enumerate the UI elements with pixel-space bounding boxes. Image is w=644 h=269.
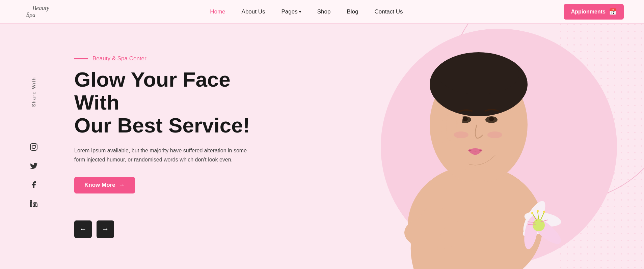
- nav-item-blog[interactable]: Blog: [347, 8, 358, 15]
- nav-item-contact[interactable]: Contact Us: [374, 8, 403, 15]
- svg-rect-33: [30, 203, 32, 207]
- brand-name-line1: Beauty: [32, 5, 49, 12]
- hero-subtitle-text: Beauty & Spa Center: [92, 55, 146, 62]
- hero-arrows: ← →: [74, 220, 277, 238]
- social-sidebar: Share With: [0, 24, 68, 269]
- know-more-button[interactable]: Know More →: [74, 177, 135, 193]
- svg-point-13: [454, 131, 468, 138]
- svg-point-8: [462, 117, 468, 121]
- know-more-label: Know More: [84, 182, 115, 188]
- nav-link-pages[interactable]: Pages: [281, 8, 298, 15]
- hero-section: Share With: [0, 24, 644, 269]
- nav-item-home[interactable]: Home: [210, 8, 225, 15]
- chevron-down-icon: ▾: [299, 9, 301, 14]
- nav-links: Home About Us Pages ▾ Shop Blog Contact …: [210, 8, 403, 15]
- svg-rect-30: [30, 144, 37, 150]
- brand-logo[interactable]: Beauty Spa: [20, 5, 49, 19]
- nav-link-blog[interactable]: Blog: [347, 8, 358, 15]
- appointments-button[interactable]: Appionments 📅: [564, 4, 624, 20]
- svg-point-26: [531, 212, 533, 214]
- calendar-icon: 📅: [609, 8, 616, 16]
- appointments-label: Appionments: [571, 9, 606, 15]
- nav-link-about[interactable]: About Us: [242, 8, 265, 15]
- subtitle-line: [74, 58, 88, 59]
- linkedin-icon[interactable]: [28, 198, 40, 210]
- arrow-right-icon: →: [119, 182, 125, 189]
- next-arrow-button[interactable]: →: [97, 220, 114, 238]
- sidebar-divider: [34, 113, 34, 133]
- hero-subtitle: Beauty & Spa Center: [74, 55, 277, 62]
- svg-point-24: [537, 210, 539, 212]
- svg-line-28: [528, 224, 536, 225]
- svg-point-5: [438, 54, 519, 94]
- svg-point-25: [543, 211, 545, 213]
- instagram-icon[interactable]: [28, 141, 40, 153]
- hero-title-line1: Glow Your Face With: [74, 68, 231, 114]
- twitter-icon[interactable]: [28, 160, 40, 172]
- nav-item-shop[interactable]: Shop: [317, 8, 331, 15]
- hero-content: Beauty & Spa Center Glow Your Face With …: [74, 55, 277, 238]
- nav-link-shop[interactable]: Shop: [317, 8, 331, 15]
- brand-name-line2: Spa: [26, 12, 49, 19]
- nav-link-home[interactable]: Home: [210, 8, 225, 15]
- svg-point-14: [487, 131, 502, 138]
- hero-title-line2: Our Best Service!: [74, 114, 250, 137]
- nav-item-pages[interactable]: Pages ▾: [281, 8, 301, 15]
- svg-rect-10: [467, 180, 490, 207]
- hero-description: Lorem Ipsum available, but the majority …: [74, 146, 250, 164]
- svg-point-34: [30, 200, 32, 202]
- svg-point-20: [533, 219, 545, 231]
- nav-item-about[interactable]: About Us: [242, 8, 265, 15]
- share-label: Share With: [31, 77, 36, 107]
- hero-woman-image: [374, 27, 576, 269]
- hero-visual: [290, 24, 644, 269]
- svg-point-9: [489, 117, 494, 121]
- hero-title: Glow Your Face With Our Best Service!: [74, 68, 277, 137]
- nav-link-contact[interactable]: Contact Us: [374, 8, 403, 15]
- navbar: Beauty Spa Home About Us Pages ▾ Shop Bl…: [0, 0, 644, 24]
- svg-point-32: [35, 145, 36, 146]
- prev-arrow-button[interactable]: ←: [74, 220, 92, 238]
- facebook-icon[interactable]: [28, 179, 40, 191]
- svg-point-31: [32, 145, 35, 149]
